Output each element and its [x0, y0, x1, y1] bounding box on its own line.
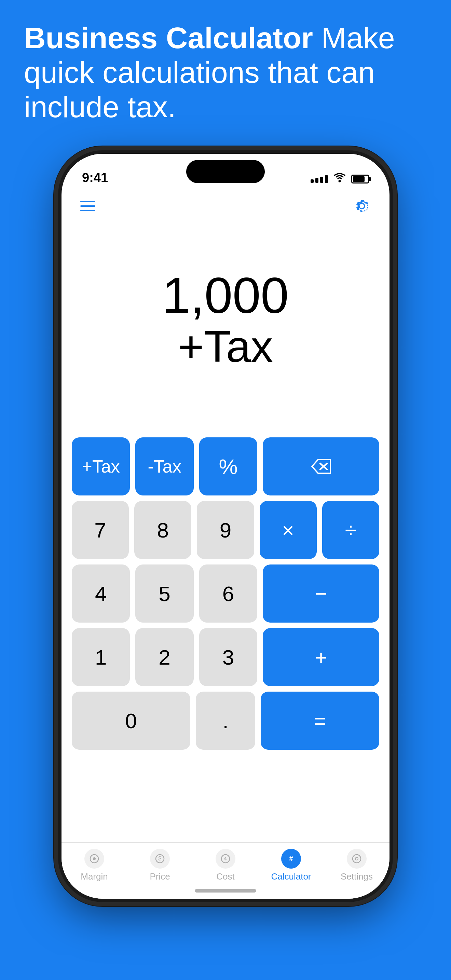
settings-gear-icon[interactable]: [353, 197, 371, 215]
calculator-tab-icon: #: [281, 849, 301, 869]
settings-tab-label: Settings: [341, 871, 373, 882]
tab-margin[interactable]: Margin: [70, 849, 118, 882]
keypad-row-1: +Tax -Tax %: [72, 438, 379, 495]
price-tab-label: Price: [150, 871, 170, 882]
keypad-row-3: 4 5 6 −: [72, 565, 379, 622]
status-icons: [311, 173, 369, 188]
svg-point-4: [93, 858, 96, 860]
calculator-keypad: +Tax -Tax % 7 8 9 × ÷: [72, 438, 379, 841]
key-6[interactable]: 6: [199, 565, 257, 622]
tab-price[interactable]: $ Price: [136, 849, 184, 882]
key-3[interactable]: 3: [199, 628, 257, 686]
tab-cost[interactable]: ¢ Cost: [202, 849, 249, 882]
battery-icon: [351, 175, 369, 183]
key-8[interactable]: 8: [134, 501, 191, 559]
key-equals[interactable]: =: [261, 692, 379, 750]
svg-point-0: [338, 180, 341, 183]
svg-point-10: [353, 854, 361, 863]
main-display-value: 1,000: [162, 270, 289, 321]
key-1[interactable]: 1: [72, 628, 130, 686]
key-0[interactable]: 0: [72, 692, 190, 750]
tax-minus-button[interactable]: -Tax: [135, 438, 194, 495]
key-decimal[interactable]: .: [196, 692, 255, 750]
cost-tab-icon: ¢: [216, 849, 235, 869]
keypad-row-2: 7 8 9 × ÷: [72, 501, 379, 559]
key-add[interactable]: +: [263, 628, 379, 686]
header-bold: Business Calculator: [24, 21, 313, 55]
status-time: 9:41: [82, 170, 108, 188]
key-2[interactable]: 2: [135, 628, 194, 686]
price-tab-icon: $: [150, 849, 170, 869]
settings-tab-icon: [347, 849, 367, 869]
svg-point-11: [355, 858, 358, 860]
wifi-icon: [333, 173, 346, 185]
key-7[interactable]: 7: [72, 501, 129, 559]
app-header-text: Business Calculator Make quick calculati…: [24, 21, 427, 124]
key-4[interactable]: 4: [72, 565, 130, 622]
key-5[interactable]: 5: [135, 565, 194, 622]
calculator-tab-label: Calculator: [271, 871, 311, 882]
home-indicator: [195, 889, 256, 892]
menu-icon[interactable]: [80, 201, 95, 211]
backspace-button[interactable]: [263, 438, 379, 495]
tax-display-label: +Tax: [178, 324, 273, 369]
cost-tab-label: Cost: [216, 871, 234, 882]
signal-icon: [311, 175, 328, 183]
keypad-row-5: 0 . =: [72, 692, 379, 750]
key-multiply[interactable]: ×: [260, 501, 317, 559]
phone-screen: 9:41: [62, 154, 389, 899]
tab-calculator[interactable]: # Calculator: [267, 849, 315, 882]
tax-plus-button[interactable]: +Tax: [72, 438, 130, 495]
tab-settings[interactable]: Settings: [333, 849, 381, 882]
key-divide[interactable]: ÷: [322, 501, 379, 559]
svg-text:¢: ¢: [224, 856, 227, 861]
key-subtract[interactable]: −: [263, 565, 379, 622]
svg-text:#: #: [289, 854, 293, 862]
margin-tab-label: Margin: [81, 871, 108, 882]
svg-text:$: $: [159, 856, 162, 861]
key-9[interactable]: 9: [197, 501, 254, 559]
status-bar: 9:41: [62, 154, 389, 191]
percent-button[interactable]: %: [199, 438, 257, 495]
dynamic-island: [186, 160, 265, 183]
display-area: 1,000 +Tax: [62, 220, 389, 418]
margin-tab-icon: [84, 849, 104, 869]
phone-frame: 9:41: [58, 150, 393, 902]
app-toolbar: [62, 191, 389, 221]
keypad-row-4: 1 2 3 +: [72, 628, 379, 686]
